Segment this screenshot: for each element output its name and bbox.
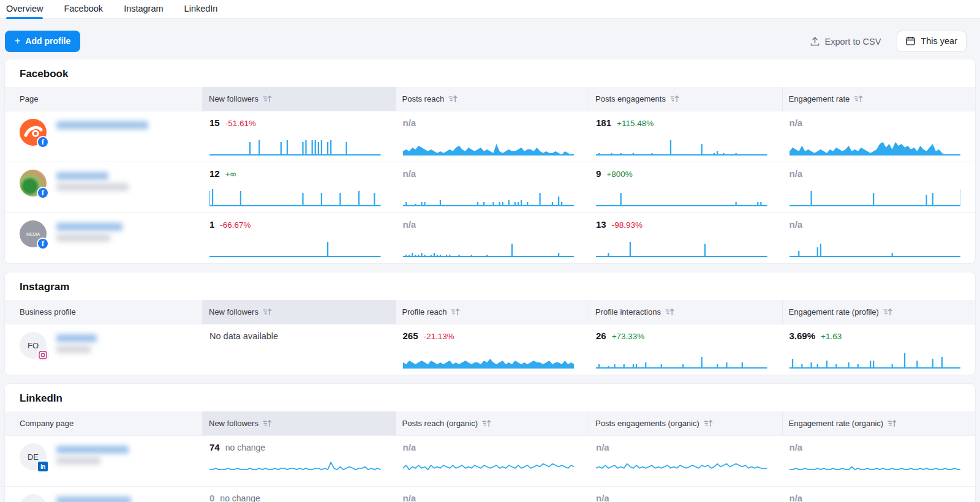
metric-value: 3.69% (790, 331, 816, 341)
facebook-badge-icon: f (37, 136, 49, 148)
no-data-label: No data available (209, 329, 278, 341)
profile-avatar: f (20, 119, 47, 146)
section-card: Facebook Page New followers Posts reach … (5, 59, 975, 263)
metric-column-header[interactable]: Profile reach (396, 300, 589, 324)
section-title: Instagram (5, 272, 975, 300)
sort-icon (451, 308, 461, 316)
table-row[interactable]: DE in 74no changen/an/an/a (5, 435, 975, 486)
metric-change: +∞ (225, 170, 236, 179)
table-row[interactable]: MEDIA f 1-66.67%n/a13-98.93%n/a (5, 212, 975, 263)
add-profile-label: Add profile (25, 36, 70, 46)
sparkline-chart (596, 455, 767, 481)
sort-icon (665, 308, 675, 316)
metric-column-header[interactable]: Posts engagements (589, 87, 782, 111)
sparkline-chart (790, 344, 961, 370)
calendar-icon (906, 36, 915, 46)
sort-icon (263, 419, 273, 427)
profile-avatar: f (20, 170, 47, 197)
metric-column-header[interactable]: Engagement rate (profile) (782, 300, 976, 324)
section-card: LinkedIn Company page New followers Post… (5, 384, 975, 502)
metric-column-header[interactable]: New followers (202, 87, 396, 111)
profile-name-blurred (56, 443, 129, 465)
table-header-row: Business profile New followers Profile r… (5, 300, 975, 324)
metric-column-header[interactable]: New followers (202, 300, 396, 324)
add-profile-button[interactable]: + Add profile (5, 31, 80, 52)
table-row[interactable]: f 12+∞n/a9+800%n/a (5, 162, 975, 212)
metric-cell: n/a (782, 162, 976, 212)
metric-cell: 15-51.61% (202, 111, 396, 162)
metric-value: 265 (403, 331, 418, 341)
section-title: Facebook (5, 59, 975, 87)
metric-change: +115.48% (617, 119, 654, 128)
metric-value: n/a (790, 219, 803, 230)
metric-column-header[interactable]: Engagement rate (782, 87, 976, 111)
metric-cell: n/a (589, 436, 782, 486)
sparkline-chart (209, 182, 381, 208)
facebook-badge-icon: f (37, 238, 49, 250)
sort-icon (854, 95, 864, 103)
profile-avatar: DE in (20, 443, 47, 470)
tab-facebook[interactable]: Facebook (64, 0, 103, 18)
metric-cell: 74no change (202, 436, 396, 486)
page-cell: f (5, 162, 202, 212)
date-range-label: This year (921, 36, 957, 46)
metric-column-header[interactable]: Posts reach (organic) (396, 411, 589, 435)
blurred-name-line (56, 172, 108, 180)
metric-change: -98.93% (612, 220, 643, 230)
metric-column-header[interactable]: Posts reach (396, 87, 589, 111)
metric-value: n/a (790, 442, 803, 452)
profile-name-blurred (56, 220, 123, 242)
metric-value: n/a (403, 219, 417, 230)
sort-icon (888, 419, 897, 427)
metric-cell: n/a (782, 213, 976, 263)
metric-change: -21.13% (424, 332, 454, 341)
metric-value: 15 (209, 118, 220, 128)
table-row[interactable]: FO No data available265-21.13%26+73.33%3… (5, 324, 975, 375)
tab-linkedin[interactable]: LinkedIn (184, 0, 218, 18)
column-label: Engagement rate (organic) (789, 419, 884, 428)
table-row[interactable]: OP in 0no changen/an/an/a (5, 486, 975, 502)
sparkline-chart (790, 233, 961, 258)
metric-change: +800% (606, 170, 632, 179)
table-header-row: Page New followers Posts reach Posts eng… (5, 87, 975, 111)
metric-cell: 13-98.93% (589, 213, 782, 263)
tab-overview[interactable]: Overview (6, 0, 43, 18)
table-header-row: Company page New followers Posts reach (… (5, 411, 975, 435)
metric-column-header[interactable]: Posts engagements (organic) (589, 411, 782, 435)
column-label: Engagement rate (789, 94, 850, 103)
tab-instagram[interactable]: Instagram (124, 0, 163, 18)
table-row[interactable]: f 15-51.61%n/a181+115.48%n/a (5, 111, 975, 162)
metric-value: n/a (790, 493, 803, 502)
plus-icon: + (15, 37, 20, 45)
sparkline-chart (403, 233, 575, 258)
metric-value: 26 (596, 331, 606, 341)
sparkline-chart (403, 182, 575, 208)
profile-name-blurred (56, 170, 129, 191)
page-cell: MEDIA f (5, 213, 202, 263)
metric-change: +73.33% (612, 332, 645, 341)
metric-value: 74 (209, 442, 220, 452)
column-label: Posts reach (organic) (402, 419, 478, 428)
sparkline-chart (596, 182, 767, 208)
profile-name-blurred (56, 119, 148, 129)
metric-value: 0 (209, 493, 214, 502)
column-label: New followers (209, 307, 258, 317)
date-range-button[interactable]: This year (897, 31, 967, 52)
export-csv-button[interactable]: Export to CSV (810, 37, 881, 47)
metric-cell: 26+73.33% (589, 324, 782, 375)
metric-column-header[interactable]: Profile interactions (589, 300, 782, 324)
page-cell: DE in (5, 436, 202, 486)
metric-change: +1.63 (821, 332, 842, 341)
sparkline-chart (209, 131, 381, 157)
metric-cell: 265-21.13% (396, 324, 589, 375)
metric-column-header[interactable]: Engagement rate (organic) (782, 411, 976, 435)
column-label: New followers (209, 94, 258, 103)
metric-column-header[interactable]: New followers (202, 411, 396, 435)
column-label: Posts engagements (595, 94, 666, 103)
metric-value: n/a (403, 118, 417, 128)
metric-cell: n/a (396, 162, 589, 212)
metric-value: n/a (403, 493, 417, 502)
page-cell: f (5, 111, 202, 162)
profile-avatar: OP in (20, 494, 47, 502)
metric-value: 13 (596, 219, 606, 230)
